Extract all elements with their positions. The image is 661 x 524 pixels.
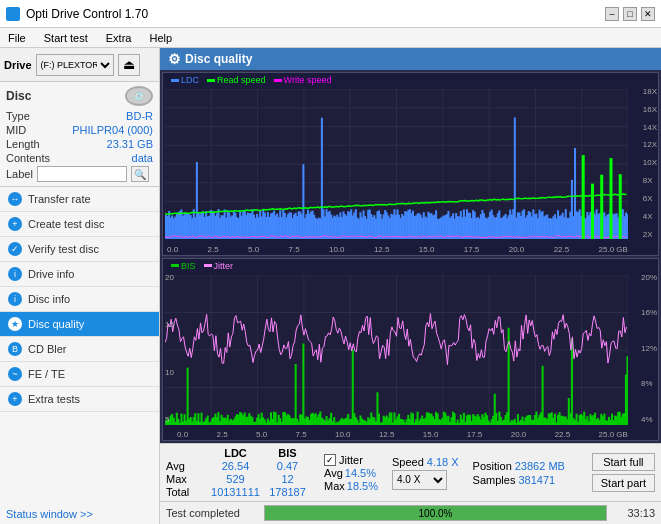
- position-val: 23862 MB: [515, 460, 565, 472]
- progress-area: Test completed 100.0% 33:13: [160, 501, 661, 524]
- samples-val: 381471: [518, 474, 555, 486]
- drive-label: Drive: [4, 59, 32, 71]
- cd-bler-icon: B: [8, 342, 22, 356]
- position-section: Position 23862 MB Samples 381471: [473, 460, 565, 486]
- disc-contents-val: data: [132, 152, 153, 164]
- drive-select[interactable]: (F:) PLEXTOR BD-R PX-LB950SA 1.06: [36, 54, 114, 76]
- disc-contents-key: Contents: [6, 152, 50, 164]
- disc-quality-header: ⚙ Disc quality: [160, 48, 661, 70]
- total-label: Total: [166, 486, 206, 498]
- jitter-label: Jitter: [339, 454, 363, 466]
- chart2-x-axis: 0.0 2.5 5.0 7.5 10.0 12.5 15.0 17.5 20.0…: [177, 430, 628, 439]
- sidebar-item-extra-tests[interactable]: + Extra tests: [0, 387, 159, 412]
- menu-file[interactable]: File: [4, 31, 30, 45]
- sidebar-item-transfer-rate[interactable]: ↔ Transfer rate: [0, 187, 159, 212]
- menu-extra[interactable]: Extra: [102, 31, 136, 45]
- disc-label-input[interactable]: [37, 166, 127, 182]
- sidebar-item-cd-bler[interactable]: B CD Bler: [0, 337, 159, 362]
- chart1-legend: LDC Read speed Write speed: [171, 75, 331, 85]
- sidebar-item-disc-info[interactable]: i Disc info: [0, 287, 159, 312]
- disc-label-browse[interactable]: 🔍: [131, 166, 149, 182]
- sidebar-item-create-test-disc[interactable]: + Create test disc: [0, 212, 159, 237]
- elapsed-time: 33:13: [615, 507, 655, 519]
- drive-info-icon: i: [8, 267, 22, 281]
- speed-select-small[interactable]: 4.0 X: [392, 470, 447, 490]
- menu-bar: File Start test Extra Help: [0, 28, 661, 48]
- sidebar-item-disc-quality[interactable]: ★ Disc quality: [0, 312, 159, 337]
- main-layout: Drive (F:) PLEXTOR BD-R PX-LB950SA 1.06 …: [0, 48, 661, 524]
- max-ldc: 529: [208, 473, 263, 485]
- max-label: Max: [166, 473, 206, 485]
- disc-icon: 💿: [125, 86, 153, 106]
- close-button[interactable]: ✕: [641, 7, 655, 21]
- chart1-y-axis: 18X 16X 14X 12X 10X 8X 6X 4X 2X: [643, 87, 657, 239]
- jitter-checkbox[interactable]: ✓: [324, 454, 336, 466]
- position-label: Position: [473, 460, 512, 472]
- action-buttons: Start full Start part: [592, 453, 655, 492]
- disc-length-val: 23.31 GB: [107, 138, 153, 150]
- sidebar-item-fe-te[interactable]: ~ FE / TE: [0, 362, 159, 387]
- total-bis: 178187: [265, 486, 310, 498]
- speed-val: 4.18 X: [427, 456, 459, 468]
- avg-ldc: 26.54: [208, 460, 263, 472]
- nav-list: ↔ Transfer rate + Create test disc ✓ Ver…: [0, 187, 159, 412]
- create-test-disc-icon: +: [8, 217, 22, 231]
- menu-start-test[interactable]: Start test: [40, 31, 92, 45]
- chart1-container: LDC Read speed Write speed 18X 16X: [162, 72, 659, 256]
- disc-length-key: Length: [6, 138, 40, 150]
- chart2-y-left: 20 15 10 5: [165, 273, 174, 425]
- transfer-rate-icon: ↔: [8, 192, 22, 206]
- stats-row: LDC BIS Avg 26.54 0.47 Max 529 12 Total …: [166, 447, 655, 498]
- read-speed-legend-dot: [207, 79, 215, 82]
- disc-info-icon: i: [8, 292, 22, 306]
- jitter-legend-dot: [204, 264, 212, 267]
- ldc-legend-label: LDC: [181, 75, 199, 85]
- chart2-container: BIS Jitter 20 15 10 5 20%: [162, 258, 659, 442]
- disc-type-val: BD-R: [126, 110, 153, 122]
- bis-legend-label: BIS: [181, 261, 196, 271]
- jitter-avg-val: 14.5%: [345, 467, 376, 479]
- chart2-y-right: 20% 16% 12% 8% 4%: [641, 273, 657, 425]
- sidebar-item-drive-info[interactable]: i Drive info: [0, 262, 159, 287]
- jitter-avg-label: Avg: [324, 467, 343, 479]
- total-ldc: 10131111: [208, 486, 263, 498]
- extra-tests-icon: +: [8, 392, 22, 406]
- avg-label: Avg: [166, 460, 206, 472]
- start-part-button[interactable]: Start part: [592, 474, 655, 492]
- charts-area: LDC Read speed Write speed 18X 16X: [160, 70, 661, 443]
- maximize-button[interactable]: □: [623, 7, 637, 21]
- status-text: Test completed: [166, 507, 256, 519]
- menu-help[interactable]: Help: [145, 31, 176, 45]
- bis-header: BIS: [265, 447, 310, 459]
- progress-percent: 100.0%: [419, 508, 453, 519]
- jitter-max-label: Max: [324, 480, 345, 492]
- start-full-button[interactable]: Start full: [592, 453, 655, 471]
- disc-quality-icon: ★: [8, 317, 22, 331]
- app-icon: [6, 7, 20, 21]
- max-bis: 12: [265, 473, 310, 485]
- sidebar-item-verify-test-disc[interactable]: ✓ Verify test disc: [0, 237, 159, 262]
- avg-bis: 0.47: [265, 460, 310, 472]
- jitter-max-val: 18.5%: [347, 480, 378, 492]
- chart2-legend: BIS Jitter: [171, 261, 233, 271]
- disc-mid-val: PHILPR04 (000): [72, 124, 153, 136]
- status-window-button[interactable]: Status window >>: [6, 508, 153, 520]
- jitter-section: ✓ Jitter Avg 14.5% Max 18.5%: [324, 454, 378, 492]
- sidebar: Drive (F:) PLEXTOR BD-R PX-LB950SA 1.06 …: [0, 48, 160, 524]
- disc-panel: Disc 💿 Type BD-R MID PHILPR04 (000) Leng…: [0, 82, 159, 187]
- verify-test-disc-icon: ✓: [8, 242, 22, 256]
- fe-te-icon: ~: [8, 367, 22, 381]
- disc-section-label: Disc: [6, 89, 31, 103]
- stats-area: LDC BIS Avg 26.54 0.47 Max 529 12 Total …: [160, 443, 661, 501]
- app-title: Opti Drive Control 1.70: [26, 7, 148, 21]
- disc-type-key: Type: [6, 110, 30, 122]
- disc-label-key: Label: [6, 168, 33, 180]
- eject-button[interactable]: ⏏: [118, 54, 140, 76]
- samples-label: Samples: [473, 474, 516, 486]
- title-bar: Opti Drive Control 1.70 – □ ✕: [0, 0, 661, 28]
- stats-table: LDC BIS Avg 26.54 0.47 Max 529 12 Total …: [166, 447, 310, 498]
- minimize-button[interactable]: –: [605, 7, 619, 21]
- chart2-canvas: [165, 275, 628, 425]
- chart1-x-axis: 0.0 2.5 5.0 7.5 10.0 12.5 15.0 17.5 20.0…: [167, 245, 628, 254]
- ldc-header: LDC: [208, 447, 263, 459]
